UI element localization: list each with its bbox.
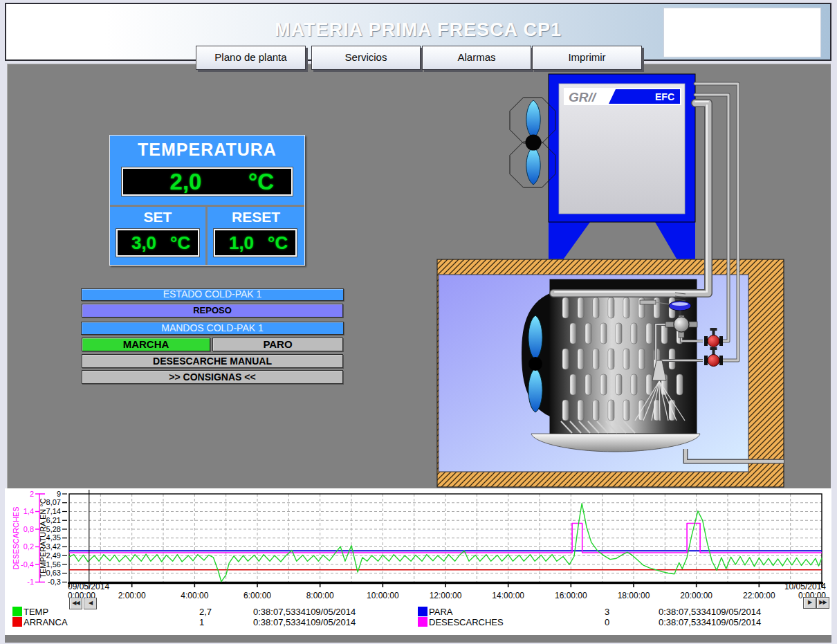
para-swatch xyxy=(418,607,427,616)
svg-text:3,42: 3,42 xyxy=(46,542,61,551)
svg-text:1,56: 1,56 xyxy=(46,560,61,569)
temperature-panel: TEMPERATURA 2,0 °C SET 3,0 °C RESET 1,0 … xyxy=(109,135,305,266)
svg-text:7,14: 7,14 xyxy=(46,507,61,515)
legend-name: PARA xyxy=(429,607,595,617)
desescarche-manual-button[interactable]: DESESCARCHE MANUAL xyxy=(82,354,343,368)
nav-button-servicios[interactable]: Servicios xyxy=(311,46,421,70)
svg-text:6:00:00: 6:00:00 xyxy=(243,591,271,600)
scroll-right-fast-button[interactable]: ▶▶ xyxy=(816,597,829,609)
brand-logo: GR// xyxy=(569,90,597,104)
svg-text:10/05/2014: 10/05/2014 xyxy=(784,582,826,591)
svg-text:9: 9 xyxy=(57,490,61,498)
svg-text:4,35: 4,35 xyxy=(46,533,61,542)
reset-label: RESET xyxy=(208,209,304,226)
nav-button-plano-de-planta[interactable]: Plano de planta xyxy=(196,46,306,70)
consignas-button[interactable]: >> CONSIGNAS << xyxy=(82,370,343,384)
svg-text:8:00:00: 8:00:00 xyxy=(306,591,334,600)
set-display[interactable]: 3,0 °C xyxy=(116,229,199,257)
svg-text:8,07: 8,07 xyxy=(46,498,61,506)
temperature-display: 2,0 °C xyxy=(122,167,293,196)
svg-text:12:00:00: 12:00:00 xyxy=(430,591,462,600)
legend-timestamp: 0:38:07,5334109/05/2014 xyxy=(659,617,825,627)
svg-text:16:00:00: 16:00:00 xyxy=(555,591,587,600)
scroll-left-button[interactable]: ◀ xyxy=(84,598,97,609)
desescarches-swatch xyxy=(418,617,427,627)
svg-text:5,28: 5,28 xyxy=(46,525,61,533)
legend-row-desescarches: DESESCARCHES 0 0:38:07,5334109/05/2014 xyxy=(418,617,819,627)
model-label: EFC xyxy=(655,91,674,102)
svg-text:6,21: 6,21 xyxy=(46,516,61,524)
set-unit: °C xyxy=(170,232,198,254)
svg-text:TEMPERATURA EN °C: TEMPERATURA EN °C xyxy=(39,498,47,578)
legend-value: 1 xyxy=(199,617,248,627)
svg-text:0,63: 0,63 xyxy=(46,569,61,577)
svg-text:-0,3: -0,3 xyxy=(48,578,61,586)
arranca-swatch xyxy=(12,617,22,627)
scroll-right-button[interactable]: ▶ xyxy=(803,597,816,609)
mandos-title-bar: MANDOS COLD-PAK 1 xyxy=(81,322,344,335)
nav-button-imprimir[interactable]: Imprimir xyxy=(532,46,642,70)
legend-row-arranca: ARRANCA 1 0:38:07,5334109/05/2014 xyxy=(12,617,414,627)
bottom-strip xyxy=(5,635,831,643)
svg-text:1,4: 1,4 xyxy=(24,507,34,515)
marcha-button[interactable]: MARCHA xyxy=(82,338,210,351)
svg-text:09/05/2014: 09/05/2014 xyxy=(68,582,109,591)
logo-placeholder xyxy=(663,8,821,57)
temp-swatch xyxy=(12,607,22,616)
temperature-cell: TEMPERATURA 2,0 °C xyxy=(110,136,304,205)
evaporator-fan-icon xyxy=(528,315,542,412)
legend-timestamp: 0:38:07,5334109/05/2014 xyxy=(253,617,419,627)
set-label: SET xyxy=(110,209,205,226)
temperature-title: TEMPERATURA xyxy=(110,140,304,160)
legend-timestamp: 0:38:07,5334109/05/2014 xyxy=(253,607,419,617)
equipment-diagram: GR// EFC xyxy=(7,64,830,488)
svg-text:0,2: 0,2 xyxy=(24,542,34,551)
estado-title-bar: ESTADO COLD-PAK 1 xyxy=(81,288,344,301)
svg-text:20:00:00: 20:00:00 xyxy=(680,591,712,600)
svg-text:0,8: 0,8 xyxy=(24,525,34,533)
legend-name: ARRANCA xyxy=(24,617,190,627)
paro-button[interactable]: PARO xyxy=(212,338,343,351)
nav-button-alarmas[interactable]: Alarmas xyxy=(422,46,531,70)
scroll-left-fast-button[interactable]: ◀◀ xyxy=(69,598,82,609)
condenser-unit: GR// EFC xyxy=(549,74,695,259)
svg-text:2:00:00: 2:00:00 xyxy=(118,591,146,600)
svg-text:2,49: 2,49 xyxy=(46,551,61,560)
svg-text:22:00:00: 22:00:00 xyxy=(743,591,775,600)
estado-state-bar: REPOSO xyxy=(82,304,343,318)
svg-text:2: 2 xyxy=(30,490,34,498)
reset-unit: °C xyxy=(268,232,295,254)
svg-text:4:00:00: 4:00:00 xyxy=(181,591,208,600)
svg-text:DESESCARCHES: DESESCARCHES xyxy=(12,506,20,569)
set-cell: SET 3,0 °C xyxy=(110,207,205,265)
svg-text:18:00:00: 18:00:00 xyxy=(618,591,650,600)
legend-value: 2,7 xyxy=(199,607,248,617)
temperature-unit: °C xyxy=(248,169,291,195)
svg-text:-1: -1 xyxy=(27,578,34,586)
legend-row-para: PARA 3 0:38:07,5334109/05/2014 xyxy=(418,607,819,617)
reset-display[interactable]: 1,0 °C xyxy=(214,229,297,257)
legend-timestamp: 0:38:07,5334109/05/2014 xyxy=(659,607,825,617)
set-value: 3,0 xyxy=(118,232,170,254)
legend-value: 0 xyxy=(605,617,653,627)
svg-text:-0,4: -0,4 xyxy=(21,560,34,569)
legend-name: TEMP xyxy=(24,607,190,617)
reset-cell: RESET 1,0 °C xyxy=(208,207,304,265)
svg-text:10:00:00: 10:00:00 xyxy=(367,591,399,600)
temperature-value: 2,0 xyxy=(123,169,248,195)
legend-value: 3 xyxy=(605,607,653,617)
svg-text:14:00:00: 14:00:00 xyxy=(492,591,524,600)
reset-value: 1,0 xyxy=(215,232,268,254)
legend-name: DESESCARCHES xyxy=(429,617,595,627)
